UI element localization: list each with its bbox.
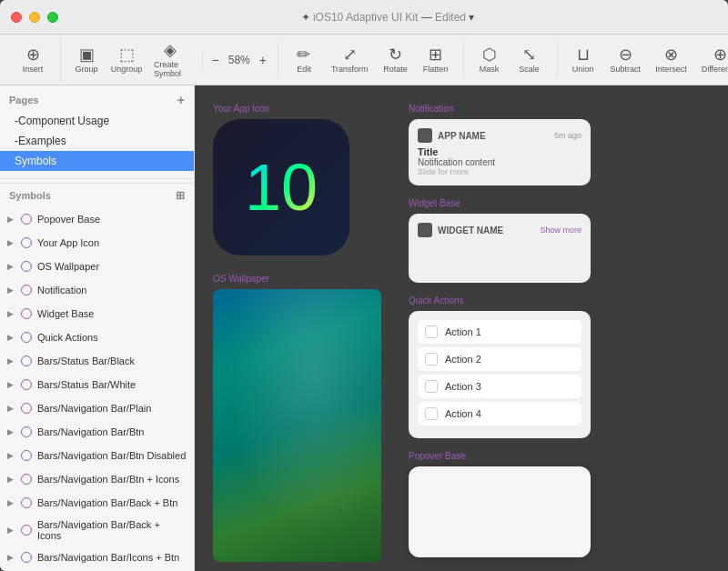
sidebar-item-nav-icons-btn[interactable]: ▶ Bars/Navigation Bar/Icons + Btn: [0, 546, 194, 569]
transform-button[interactable]: ⤢ Transform: [324, 43, 376, 77]
app-icon-preview[interactable]: 10: [213, 119, 349, 255]
popover-box: [409, 466, 591, 557]
rotate-button[interactable]: ↻ Rotate: [376, 43, 416, 77]
action-item-4[interactable]: Action 4: [418, 402, 581, 426]
zoom-out-button[interactable]: −: [208, 51, 223, 69]
mask-button[interactable]: ⬡ Mask: [470, 43, 510, 77]
group-button[interactable]: ▣ Group: [66, 43, 106, 77]
widget-show-more[interactable]: Show more: [540, 225, 581, 235]
pages-header: Pages +: [0, 89, 194, 111]
symbol-preview-icon: [19, 550, 34, 565]
maximize-button[interactable]: [47, 12, 58, 23]
sidebar-item-nav-btn-icons[interactable]: ▶ Bars/Navigation Bar/Btn + Icons: [0, 467, 194, 491]
create-symbol-button[interactable]: ◈ Create Symbol: [147, 38, 195, 82]
insert-button[interactable]: ⊕ Insert: [13, 43, 53, 77]
symbol-preview-icon: [19, 235, 34, 250]
sidebar-item-nav-back-icons[interactable]: ▶ Bars/Navigation Bar/Back + Icons: [0, 515, 194, 546]
notification-label: Notification: [409, 104, 591, 114]
sidebar-item-os-wallpaper[interactable]: ▶ OS Wallpaper: [0, 255, 194, 278]
symbol-preview-icon: [19, 259, 34, 274]
sidebar-item-your-app-icon[interactable]: ▶ Your App Icon: [0, 231, 194, 255]
expand-arrow-icon: ▶: [7, 356, 14, 366]
symbol-label: Bars/Navigation Bar/Btn: [37, 426, 144, 437]
main-area: Pages + -Component Usage -Examples Symbo…: [0, 85, 728, 571]
zoom-in-button[interactable]: +: [256, 51, 270, 69]
title-text: iOS10 Adaptive UI Kit: [313, 11, 418, 24]
widget-content-area: [418, 237, 581, 274]
sidebar-item-symbols[interactable]: Symbols: [0, 151, 194, 171]
action-checkbox-2[interactable]: [425, 353, 438, 366]
quick-actions-card: Action 1 Action 2 Action 3 Action 4: [409, 311, 591, 438]
flatten-button[interactable]: ⊞ Flatten: [416, 43, 456, 77]
app-icon-section: Your App Icon 10: [213, 104, 381, 255]
sidebar-item-examples[interactable]: -Examples: [0, 131, 194, 151]
sidebar-item-widget-base[interactable]: ▶ Widget Base: [0, 302, 194, 326]
symbol-label: Bars/Navigation Bar/Back + Icons: [37, 519, 187, 541]
expand-arrow-icon: ▶: [7, 380, 14, 389]
edit-button[interactable]: ✏ Edit: [284, 43, 324, 77]
app-icon-label: Your App Icon: [213, 104, 381, 114]
expand-arrow-icon: ▶: [7, 427, 14, 436]
sidebar-item-nav-btn-disabled[interactable]: ▶ Bars/Navigation Bar/Btn Disabled: [0, 444, 194, 467]
action-item-3[interactable]: Action 3: [418, 375, 581, 398]
action-checkbox-3[interactable]: [425, 380, 438, 393]
subtract-icon: ⊖: [619, 46, 632, 63]
symbol-preview-icon: [19, 425, 34, 439]
wallpaper-section: OS Wallpaper: [213, 274, 381, 562]
toolbar-zoom-group: − 58% +: [202, 51, 276, 69]
action-item-2[interactable]: Action 2: [418, 347, 581, 371]
union-icon: ⊔: [577, 46, 590, 63]
widget-base-card: WIDGET NAME Show more: [409, 214, 591, 283]
sidebar-item-popover-base[interactable]: ▶ Popover Base: [0, 207, 194, 231]
difference-icon: ⊕: [713, 46, 727, 63]
action-checkbox-4[interactable]: [425, 407, 438, 420]
sidebar-item-notification[interactable]: ▶ Notification: [0, 278, 194, 302]
action-label-1: Action 1: [445, 326, 481, 337]
sidebar-item-bars-status-black[interactable]: ▶ Bars/Status Bar/Black: [0, 349, 194, 373]
intersect-button[interactable]: ⊗ Intersect: [648, 43, 694, 77]
symbol-label: Notification: [37, 285, 86, 296]
symbols-options-icon[interactable]: ⊞: [176, 189, 185, 202]
symbol-label: Bars/Navigation Bar/Back + Btn: [37, 497, 177, 508]
toolbar-group-ungroup: ▣ Group ⬚ Ungroup ◈ Create Symbol: [60, 38, 200, 82]
expand-arrow-icon: ▶: [7, 526, 14, 535]
action-checkbox-1[interactable]: [425, 326, 438, 338]
expand-arrow-icon: ▶: [7, 215, 14, 224]
add-page-icon[interactable]: +: [177, 93, 185, 107]
action-label-4: Action 4: [445, 408, 481, 419]
symbol-label: OS Wallpaper: [37, 261, 99, 272]
widget-base-section: Widget Base WIDGET NAME Show more: [409, 198, 591, 283]
difference-button[interactable]: ⊕ Difference: [694, 43, 728, 77]
sidebar-item-quick-actions[interactable]: ▶ Quick Actions: [0, 326, 194, 349]
symbol-label: Your App Icon: [37, 237, 99, 248]
flatten-icon: ⊞: [429, 46, 442, 63]
widget-base-label: Widget Base: [409, 198, 591, 208]
sidebar-item-nav-back-btn[interactable]: ▶ Bars/Navigation Bar/Back + Btn: [0, 491, 194, 515]
action-item-1[interactable]: Action 1: [418, 320, 581, 344]
subtract-button[interactable]: ⊖ Subtract: [603, 43, 649, 77]
sidebar-item-nav-btn[interactable]: ▶ Bars/Navigation Bar/Btn: [0, 420, 194, 444]
toolbar: ⊕ Insert ▣ Group ⬚ Ungroup ◈ Create Symb…: [0, 35, 728, 85]
union-button[interactable]: ⊔ Union: [563, 43, 603, 77]
toolbar-mask-group: ⬡ Mask ⤡ Scale: [463, 43, 555, 77]
symbol-label: Bars/Status Bar/White: [37, 379, 136, 390]
expand-arrow-icon: ▶: [7, 333, 14, 342]
wallpaper-preview[interactable]: [213, 289, 381, 562]
scale-button[interactable]: ⤡ Scale: [510, 43, 550, 77]
zoom-value: 58%: [223, 54, 256, 66]
minimize-button[interactable]: [29, 12, 40, 23]
expand-arrow-icon: ▶: [7, 238, 14, 247]
sidebar-item-component-usage[interactable]: -Component Usage: [0, 111, 194, 131]
symbol-preview-icon: [19, 472, 34, 486]
sidebar-divider: [0, 178, 194, 179]
expand-arrow-icon: ▶: [7, 553, 14, 562]
wallpaper-inner: [213, 289, 381, 562]
app-window: ✦ iOS10 Adaptive UI Kit — Edited ▾ ⊕ Ins…: [0, 0, 728, 571]
ungroup-button[interactable]: ⬚ Ungroup: [106, 43, 147, 77]
notif-content: Notification content: [418, 157, 581, 167]
close-button[interactable]: [11, 12, 22, 23]
right-panel: Notification APP NAME 5m ago Title Notif…: [409, 104, 591, 553]
notif-title: Title: [418, 146, 581, 157]
sidebar-item-nav-plain[interactable]: ▶ Bars/Navigation Bar/Plain: [0, 396, 194, 420]
sidebar-item-bars-status-white[interactable]: ▶ Bars/Status Bar/White: [0, 373, 194, 396]
